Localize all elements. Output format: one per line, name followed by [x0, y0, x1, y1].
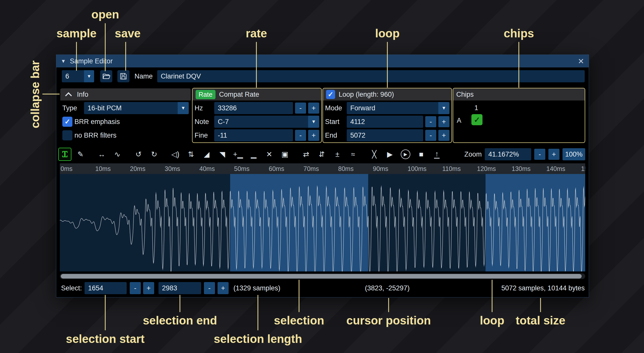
hz-decrease-button[interactable]: -	[295, 103, 306, 114]
preview-loop-button[interactable]: ▶	[399, 148, 412, 161]
chevron-down-icon[interactable]: ▼	[178, 102, 189, 114]
cross-arrows-icon: ╳	[372, 150, 376, 159]
fine-increase-button[interactable]: +	[308, 130, 319, 141]
loop-mode-select[interactable]: Forward ▼	[347, 102, 449, 114]
zoom-in-button[interactable]: +	[548, 149, 559, 160]
chip-enable-checkbox[interactable]: ✓	[471, 114, 482, 125]
loop-start-label: Start	[325, 118, 345, 126]
waveform-canvas[interactable]	[60, 174, 585, 271]
annotation-line-cursor-position	[388, 298, 389, 312]
sample-number-select[interactable]: 6 ▼	[62, 70, 94, 82]
resize-button[interactable]: ↔	[95, 148, 108, 161]
window-collapse-icon[interactable]: ▼	[61, 58, 66, 64]
annotation-line-collapse-bar	[42, 94, 60, 94]
selection-end-input[interactable]: 2983	[158, 282, 201, 294]
sample-number-value: 6	[62, 70, 84, 82]
save-sample-button[interactable]	[117, 70, 129, 82]
panels-row: Info Type 16-bit PCM ▼ ✓ BRR emphasis	[60, 88, 585, 143]
chevron-down-icon[interactable]: ▼	[308, 116, 319, 128]
undo-button[interactable]: ↺	[132, 148, 145, 161]
hz-input[interactable]: 33286	[214, 102, 293, 114]
fine-input[interactable]: -11	[214, 129, 293, 141]
chips-header-label: Chips	[456, 91, 474, 98]
ruler-tick: 110ms	[442, 165, 461, 172]
sample-name-input[interactable]: Clarinet DQV	[157, 70, 585, 82]
normalize-button[interactable]: ⇅	[184, 148, 198, 161]
annotation-collapse-bar: collapse bar	[28, 61, 42, 128]
zoom-reset-button[interactable]: 100%	[562, 148, 585, 160]
stop-preview-button[interactable]: ■	[415, 148, 428, 161]
loop-enable-checkbox[interactable]: ✓	[326, 90, 335, 99]
type-select[interactable]: 16-bit PCM ▼	[84, 102, 189, 114]
close-icon[interactable]: ✕	[578, 57, 584, 66]
loop-end-increase-button[interactable]: +	[438, 130, 449, 141]
selection-end-increase-button[interactable]: +	[218, 282, 229, 294]
fade-out-button[interactable]: ◥	[216, 148, 229, 161]
selection-start-decrease-button[interactable]: -	[130, 282, 141, 294]
annotation-line-total-size	[540, 298, 541, 312]
loop-start-input[interactable]: 4112	[347, 116, 423, 128]
note-select[interactable]: C-7 ▼	[214, 116, 319, 128]
amplify-button[interactable]: ◁)	[169, 148, 182, 161]
open-sample-button[interactable]	[100, 70, 112, 82]
delete-button[interactable]: ✕	[263, 148, 276, 161]
loop-start-decrease-button[interactable]: -	[425, 116, 436, 127]
scrollbar-thumb[interactable]	[61, 274, 582, 279]
signed-unsigned-button[interactable]: ±	[331, 148, 344, 161]
selection-end-decrease-button[interactable]: -	[204, 282, 215, 294]
selection-start-increase-button[interactable]: +	[143, 282, 154, 294]
ruler[interactable]: 0ms10ms20ms30ms40ms50ms60ms70ms80ms90ms1…	[60, 163, 585, 174]
zoom-out-button[interactable]: -	[534, 149, 545, 160]
zoom-input[interactable]: 41.1672%	[485, 148, 531, 160]
vertical-arrows-icon: ⇅	[188, 150, 194, 159]
draw-mode-button[interactable]: ✎	[74, 148, 87, 161]
horizontal-scrollbar[interactable]	[60, 273, 585, 279]
selection-start-input[interactable]: 1654	[85, 282, 127, 294]
loop-end-decrease-button[interactable]: -	[425, 130, 436, 141]
chevron-down-icon[interactable]: ▼	[438, 102, 449, 114]
sample-editor-window: ▼ Sample Editor ✕ 6 ▼ Name Clarinet DQV	[56, 55, 589, 297]
ruler-tick: 40ms	[199, 165, 215, 172]
no-brr-filters-checkbox[interactable]	[62, 130, 72, 140]
chevron-down-icon[interactable]: ▼	[84, 70, 94, 82]
loop-start-increase-button[interactable]: +	[438, 116, 449, 127]
fade-in-button[interactable]: ◢	[200, 148, 213, 161]
redo-button[interactable]: ↻	[148, 148, 161, 161]
folder-open-icon	[102, 72, 110, 80]
annotation-save: save	[115, 27, 141, 40]
crossfade-button[interactable]: ╳	[368, 148, 381, 161]
waveform-view[interactable]	[60, 174, 585, 271]
filter-wave-icon: ≈	[351, 150, 355, 159]
annotation-line-loop	[387, 42, 388, 88]
collapse-bar-icon[interactable]	[63, 89, 73, 99]
note-value: C-7	[214, 116, 308, 128]
preview-button[interactable]: ▶	[383, 148, 396, 161]
no-brr-filters-label: no BRR filters	[74, 132, 117, 139]
hz-increase-button[interactable]: +	[308, 103, 319, 114]
apply-filter-button[interactable]: ≈	[346, 148, 360, 161]
fine-decrease-button[interactable]: -	[295, 130, 306, 141]
annotation-loop: loop	[375, 27, 399, 40]
resample-button[interactable]: ∿	[111, 148, 124, 161]
loop-end-input[interactable]: 5072	[347, 129, 423, 141]
hz-label: Hz	[195, 104, 212, 112]
reverse-button[interactable]: ⇄	[300, 148, 313, 161]
ruler-tick: 10ms	[95, 165, 111, 172]
apply-silence-button[interactable]: ▁	[247, 148, 260, 161]
loop-header-label: Loop (length: 960)	[339, 91, 394, 98]
upload-icon: ↑	[434, 150, 440, 159]
ruler-tick: 100ms	[408, 165, 426, 172]
invert-button[interactable]: ⇵	[315, 148, 328, 161]
brr-emphasis-checkbox[interactable]: ✓	[62, 117, 72, 127]
info-header: Info	[60, 88, 191, 100]
ruler-tick: 30ms	[165, 165, 180, 172]
ruler-tick: 80ms	[338, 165, 354, 172]
fade-out-icon: ◥	[220, 150, 225, 159]
titlebar[interactable]: ▼ Sample Editor ✕	[56, 55, 589, 67]
selection-length-text: (1329 samples)	[233, 282, 280, 294]
trim-button[interactable]: ▣	[278, 148, 291, 161]
import-button[interactable]: ↑	[430, 148, 443, 161]
insert-silence-button[interactable]: +▁	[231, 148, 245, 161]
select-mode-button[interactable]: Ɪ	[58, 148, 71, 161]
ruler-tick: 70ms	[304, 165, 319, 172]
